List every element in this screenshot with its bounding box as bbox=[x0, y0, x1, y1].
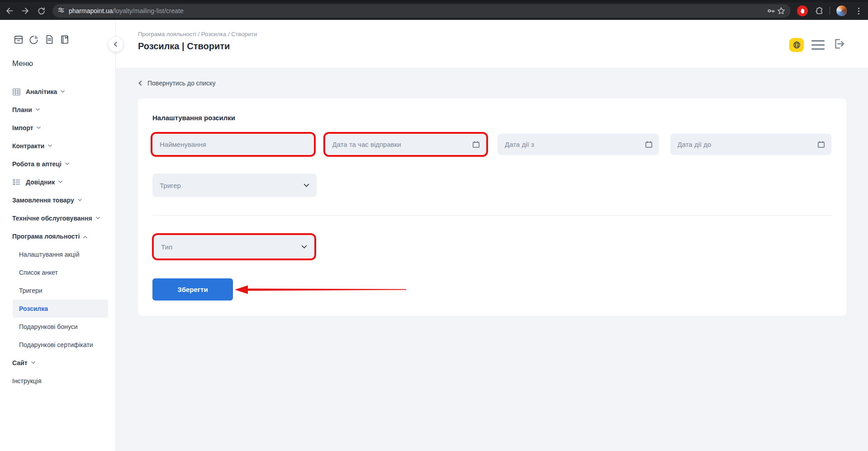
send-datetime-input[interactable] bbox=[332, 141, 469, 148]
calendar-icon[interactable] bbox=[472, 141, 480, 148]
back-icon[interactable] bbox=[5, 6, 14, 16]
send-datetime-field[interactable] bbox=[325, 134, 487, 155]
list-rows-icon bbox=[12, 178, 22, 186]
document-icon[interactable] bbox=[44, 34, 54, 45]
app-header: Програма лояльності / Розсилка / Створит… bbox=[116, 20, 868, 68]
calendar-icon[interactable] bbox=[817, 141, 825, 148]
sidebar-item-gift-certificates[interactable]: Подарункові сертифікати bbox=[13, 336, 108, 354]
password-key-icon[interactable] bbox=[766, 6, 776, 16]
sidebar-item-analytics[interactable]: Аналітика bbox=[0, 83, 115, 101]
sidebar-item-import[interactable]: Імпорт bbox=[0, 119, 115, 137]
bookmark-star-icon[interactable] bbox=[776, 6, 786, 16]
date-from-field[interactable] bbox=[498, 134, 659, 155]
back-to-list-link[interactable]: Повернутись до списку bbox=[139, 80, 846, 87]
chevron-down-icon bbox=[95, 215, 100, 219]
date-from-input[interactable] bbox=[505, 141, 641, 148]
reload-icon[interactable] bbox=[36, 6, 46, 16]
sidebar-item-triggers[interactable]: Тригери bbox=[13, 282, 108, 300]
book-icon[interactable] bbox=[60, 34, 70, 45]
globe-icon bbox=[792, 41, 801, 49]
browser-toolbar: pharmapoint.ua/loyalty/mailing-list/crea… bbox=[0, 0, 868, 20]
chevron-down-icon bbox=[65, 160, 69, 165]
chevron-down-icon bbox=[48, 142, 52, 147]
trigger-select[interactable]: Тригер bbox=[152, 174, 317, 197]
chevron-up-icon bbox=[83, 235, 88, 240]
chevron-down-icon bbox=[35, 106, 40, 111]
chevron-down-icon bbox=[77, 197, 82, 201]
sidebar-item-gift-bonuses[interactable]: Подарункові бонуси bbox=[13, 318, 108, 336]
date-to-input[interactable] bbox=[678, 141, 814, 148]
sidebar-item-goods-order[interactable]: Замовлення товару bbox=[0, 191, 115, 209]
toolbar-divider bbox=[830, 7, 830, 15]
sidebar-collapse-button[interactable] bbox=[108, 37, 123, 52]
forward-icon[interactable] bbox=[20, 6, 30, 16]
sidebar-item-maintenance[interactable]: Технічне обслуговування bbox=[0, 209, 115, 227]
sidebar: Меню Аналітика Плани Імпорт Контракти bbox=[0, 20, 116, 451]
content-area: Повернутись до списку Налаштування розси… bbox=[116, 68, 868, 451]
chevron-down-icon bbox=[61, 88, 65, 93]
sidebar-item-loyalty-program[interactable]: Програма лояльності bbox=[0, 227, 115, 245]
sidebar-item-plans[interactable]: Плани bbox=[0, 101, 115, 119]
annotation-arrow bbox=[234, 284, 407, 295]
sidebar-item-site[interactable]: Сайт bbox=[0, 354, 115, 372]
chevron-left-icon bbox=[138, 80, 143, 85]
profile-avatar[interactable] bbox=[836, 5, 848, 17]
chevron-down-icon bbox=[37, 124, 41, 129]
extensions-puzzle-icon[interactable] bbox=[814, 6, 824, 16]
chevron-down-icon bbox=[58, 179, 63, 183]
mailing-settings-card: Налаштування розсилки bbox=[138, 99, 846, 316]
breadcrumb: Програма лояльності / Розсилка / Створит… bbox=[138, 31, 868, 38]
table-grid-icon bbox=[12, 88, 22, 96]
save-button[interactable]: Зберегти bbox=[152, 278, 233, 301]
logout-icon[interactable] bbox=[832, 37, 846, 52]
name-field[interactable] bbox=[152, 134, 314, 155]
sidebar-item-promo-settings[interactable]: Налаштування акцій bbox=[13, 245, 108, 263]
address-bar[interactable]: pharmapoint.ua/loyalty/mailing-list/crea… bbox=[52, 4, 791, 18]
calendar-icon[interactable] bbox=[645, 141, 653, 148]
chevron-down-icon bbox=[301, 243, 307, 249]
hamburger-menu-icon[interactable] bbox=[811, 40, 825, 50]
adblock-extension-icon[interactable] bbox=[797, 5, 808, 16]
chevron-left-icon bbox=[114, 42, 119, 47]
browser-menu-icon[interactable] bbox=[854, 6, 863, 16]
menu-title: Меню bbox=[0, 45, 115, 68]
archive-box-icon[interactable] bbox=[14, 34, 24, 45]
chevron-down-icon bbox=[304, 181, 309, 187]
pie-chart-icon[interactable] bbox=[29, 34, 39, 45]
type-select[interactable]: Тип bbox=[154, 235, 314, 258]
url-text: pharmapoint.ua/loyalty/mailing-list/crea… bbox=[69, 7, 766, 14]
sidebar-item-questionnaire-list[interactable]: Список анкет bbox=[13, 263, 108, 282]
date-to-field[interactable] bbox=[670, 134, 832, 155]
language-globe-button[interactable] bbox=[789, 38, 804, 52]
sidebar-item-instruction[interactable]: Інструкція bbox=[0, 372, 115, 390]
sidebar-item-directory[interactable]: Довідник bbox=[0, 173, 115, 191]
divider bbox=[152, 215, 831, 216]
chevron-down-icon bbox=[31, 359, 35, 364]
section-title: Налаштування розсилки bbox=[152, 114, 831, 122]
sidebar-item-contracts[interactable]: Контракти bbox=[0, 137, 115, 155]
sidebar-item-pharmacy-work[interactable]: Робота в аптеці bbox=[0, 155, 115, 173]
site-settings-icon[interactable] bbox=[57, 6, 65, 16]
sidebar-item-mailing[interactable]: Розсилка bbox=[13, 300, 108, 318]
name-input[interactable] bbox=[160, 141, 308, 148]
page-title: Розсилка | Створити bbox=[138, 41, 868, 52]
